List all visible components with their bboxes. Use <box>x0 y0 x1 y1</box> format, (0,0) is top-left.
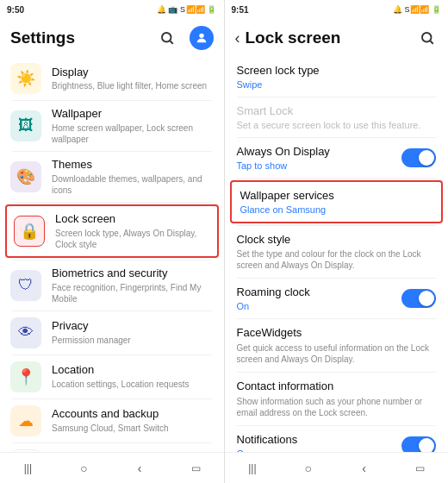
svg-point-0 <box>162 33 171 42</box>
display-name: Display <box>52 66 214 80</box>
status-icons-right: 🔔 S 📶📶 🔋 <box>393 5 441 14</box>
setting-item-themes[interactable]: 🎨 Themes Downloadable themes, wallpapers… <box>0 152 224 202</box>
bottom-nav-right: ||| ○ ‹ ▭ <box>225 452 449 483</box>
setting-item-privacy[interactable]: 👁 Privacy Permission manager <box>0 311 224 354</box>
google-name: Google <box>52 451 214 452</box>
nav-back[interactable]: ‹ <box>122 456 157 480</box>
wallpaper-name: Wallpaper <box>52 107 214 122</box>
search-icon-right[interactable] <box>417 28 438 48</box>
bottom-nav-left: ||| ○ ‹ ▭ <box>0 452 224 483</box>
notifications-toggle[interactable] <box>401 436 436 452</box>
svg-line-1 <box>170 41 172 43</box>
back-arrow-icon[interactable]: ‹ <box>235 29 240 47</box>
setting-item-accounts[interactable]: ☁ Accounts and backup Samsung Cloud, Sma… <box>0 399 224 442</box>
svg-point-3 <box>422 33 432 42</box>
roaming_clock-toggle[interactable] <box>401 289 436 308</box>
nav-split-r[interactable]: ▭ <box>403 456 438 480</box>
time-right: 9:51 <box>232 5 249 15</box>
contact_information-name: Contact information <box>237 380 437 394</box>
smart_lock-name: Smart Lock <box>237 104 421 119</box>
accounts-icon: ☁ <box>10 405 41 436</box>
right-panel: 9:51 🔔 S 📶📶 🔋 ‹ Lock screen Screen lock … <box>225 0 449 483</box>
always_on_display-name: Always On Display <box>237 145 330 160</box>
lock_screen-name: Lock screen <box>55 212 210 227</box>
setting-item-biometrics[interactable]: 🛡 Biometrics and security Face recogniti… <box>0 260 224 310</box>
wallpaper_services-name: Wallpaper services <box>240 189 334 204</box>
notifications-name: Notifications <box>237 433 298 448</box>
biometrics-name: Biometrics and security <box>52 267 214 281</box>
left-header: Settings <box>0 19 224 57</box>
r-item-facewidgets[interactable]: FaceWidgetsGet quick access to useful in… <box>225 319 449 372</box>
status-bar-right: 9:51 🔔 S 📶📶 🔋 <box>225 0 449 19</box>
location-name: Location <box>52 363 214 378</box>
right-settings-list: Screen lock typeSwipe Smart LockSet a se… <box>225 57 449 452</box>
privacy-desc: Permission manager <box>52 335 214 346</box>
nav-recent-r[interactable]: ||| <box>235 456 270 480</box>
display-icon: ☀️ <box>10 63 41 94</box>
screen_lock_type-sub: Swipe <box>237 79 320 90</box>
roaming_clock-name: Roaming clock <box>237 285 310 300</box>
accounts-name: Accounts and backup <box>52 407 214 422</box>
setting-item-wallpaper[interactable]: 🖼 Wallpaper Home screen wallpaper, Lock … <box>0 101 224 151</box>
r-item-roaming_clock[interactable]: Roaming clockOn <box>225 279 449 318</box>
r-item-contact_information[interactable]: Contact informationShow information such… <box>225 373 449 425</box>
google-icon: G <box>10 449 41 452</box>
lock_screen-icon: 🔒 <box>14 216 45 247</box>
nav-home-r[interactable]: ○ <box>291 456 326 480</box>
location-desc: Location settings, Location requests <box>52 379 214 390</box>
lock_screen-desc: Screen lock type, Always On Display, Clo… <box>55 228 210 250</box>
r-item-screen_lock_type[interactable]: Screen lock typeSwipe <box>225 57 449 97</box>
nav-home[interactable]: ○ <box>66 456 101 480</box>
status-bar-left: 9:50 🔔 📺 S 📶📶 🔋 <box>0 0 224 19</box>
setting-item-location[interactable]: 📍 Location Location settings, Location r… <box>0 355 224 398</box>
left-panel: 9:50 🔔 📺 S 📶📶 🔋 Settings ☀️ Display Brig… <box>0 0 224 483</box>
accounts-desc: Samsung Cloud, Smart Switch <box>52 423 214 434</box>
back-title: ‹ Lock screen <box>235 28 341 47</box>
roaming_clock-sub: On <box>237 301 310 311</box>
wallpaper_services-sub: Glance on Samsung <box>240 204 334 215</box>
svg-point-2 <box>199 34 203 38</box>
privacy-name: Privacy <box>52 319 214 334</box>
search-icon[interactable] <box>157 28 177 48</box>
biometrics-desc: Face recognition, Fingerprints, Find My … <box>52 282 214 304</box>
setting-item-display[interactable]: ☀️ Display Brightness, Blue light filter… <box>0 57 224 100</box>
always_on_display-sub: Tap to show <box>237 160 330 171</box>
contact_information-desc: Show information such as your phone numb… <box>237 396 437 418</box>
wallpaper-icon: 🖼 <box>10 110 41 141</box>
r-item-notifications[interactable]: NotificationsOn <box>225 426 449 452</box>
smart_lock-sub: Set a secure screen lock to use this fea… <box>237 120 421 130</box>
svg-line-4 <box>430 41 432 43</box>
notifications-sub: On <box>237 448 298 452</box>
avatar-icon[interactable] <box>190 26 214 50</box>
screen_lock_type-name: Screen lock type <box>237 64 320 78</box>
r-item-always_on_display[interactable]: Always On DisplayTap to show <box>225 138 449 178</box>
clock_style-name: Clock style <box>237 233 437 248</box>
nav-recent[interactable]: ||| <box>10 456 45 480</box>
clock_style-desc: Set the type and colour for the clock on… <box>237 248 437 271</box>
r-item-smart_lock[interactable]: Smart LockSet a secure screen lock to us… <box>225 97 449 137</box>
facewidgets-name: FaceWidgets <box>237 326 437 341</box>
facewidgets-desc: Get quick access to useful information o… <box>237 342 437 365</box>
themes-icon: 🎨 <box>10 161 41 192</box>
right-title: Lock screen <box>246 28 341 47</box>
always_on_display-toggle[interactable] <box>401 148 436 167</box>
wallpaper-desc: Home screen wallpaper, Lock screen wallp… <box>52 122 214 145</box>
themes-desc: Downloadable themes, wallpapers, and ico… <box>52 173 214 196</box>
right-header: ‹ Lock screen <box>225 19 449 57</box>
setting-item-google[interactable]: G Google Google settings <box>0 443 224 452</box>
r-item-wallpaper_services[interactable]: Wallpaper servicesGlance on Samsung <box>230 180 444 223</box>
r-item-clock_style[interactable]: Clock styleSet the type and colour for t… <box>225 226 449 279</box>
left-header-icons <box>157 26 214 50</box>
themes-name: Themes <box>52 158 214 172</box>
left-title: Settings <box>10 28 75 47</box>
biometrics-icon: 🛡 <box>10 270 41 301</box>
display-desc: Brightness, Blue light filter, Home scre… <box>52 80 214 91</box>
nav-back-r[interactable]: ‹ <box>347 456 382 480</box>
privacy-icon: 👁 <box>10 317 41 348</box>
setting-item-lock_screen[interactable]: 🔒 Lock screen Screen lock type, Always O… <box>5 204 219 258</box>
status-icons-left: 🔔 📺 S 📶📶 🔋 <box>157 5 217 14</box>
time-left: 9:50 <box>7 5 24 15</box>
settings-list: ☀️ Display Brightness, Blue light filter… <box>0 57 224 452</box>
nav-split[interactable]: ▭ <box>178 456 213 480</box>
location-icon: 📍 <box>10 361 41 392</box>
